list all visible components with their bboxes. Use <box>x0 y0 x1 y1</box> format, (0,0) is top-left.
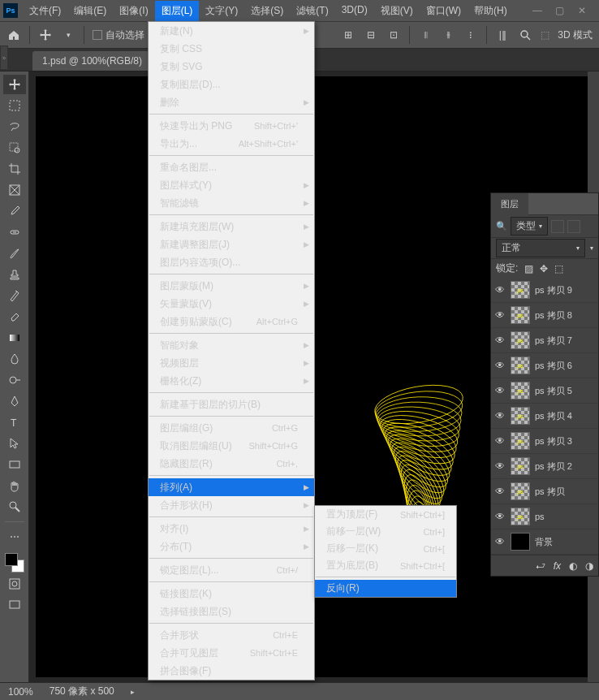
menu-item[interactable]: 新建调整图层(J)▶ <box>149 235 314 253</box>
layer-thumbnail[interactable]: ps <box>511 432 530 450</box>
layer-row[interactable]: 👁psps 拷贝 3 <box>491 429 598 454</box>
visibility-icon[interactable]: 👁 <box>494 385 506 396</box>
layer-row[interactable]: 👁psps 拷贝 7 <box>491 328 598 353</box>
document-tab[interactable]: 1.psd @ 100%(RGB/8) × <box>32 51 166 71</box>
distribute-icon-3[interactable]: ⫶ <box>463 28 478 42</box>
visibility-icon[interactable]: 👁 <box>494 309 506 321</box>
align-icon-3[interactable]: ⊡ <box>386 28 401 42</box>
menu-item[interactable]: 图层样式(Y)▶ <box>149 176 314 194</box>
filter-type-select[interactable]: 类型▾ <box>511 217 548 235</box>
layer-row[interactable]: 👁psps 拷贝 <box>491 479 598 504</box>
menu-item[interactable]: 新建(N)▶ <box>149 22 314 40</box>
layer-row[interactable]: 👁psps 拷贝 9 <box>491 278 598 303</box>
eraser-tool[interactable] <box>3 307 26 326</box>
type-tool[interactable]: T <box>3 413 26 432</box>
menu-item[interactable]: 图层编组(G)Ctrl+G <box>149 419 314 437</box>
menu-帮助[interactable]: 帮助(H) <box>468 1 514 21</box>
pen-tool[interactable] <box>3 391 26 411</box>
visibility-icon[interactable]: 👁 <box>494 284 506 296</box>
menu-滤镜[interactable]: 滤镜(T) <box>290 1 334 21</box>
menu-item[interactable]: 链接图层(K) <box>149 585 314 603</box>
layer-thumbnail[interactable]: ps <box>511 306 530 324</box>
home-icon[interactable] <box>6 28 21 42</box>
menu-item[interactable]: 快速导出为 PNGShift+Ctrl+' <box>149 117 314 135</box>
ruler-icon[interactable]: |‖ <box>495 28 510 42</box>
menu-item[interactable]: 导出为...Alt+Shift+Ctrl+' <box>149 135 314 153</box>
history-brush-tool[interactable] <box>3 286 26 305</box>
lock-pixels-icon[interactable]: ▨ <box>524 263 533 274</box>
distribute-icon-2[interactable]: ⫵ <box>441 28 455 42</box>
blend-mode-select[interactable]: 正常▾ <box>496 239 585 257</box>
menu-图层[interactable]: 图层(L) <box>155 1 200 21</box>
auto-select-checkbox[interactable]: 自动选择 <box>93 28 144 42</box>
filter-pixel-icon[interactable] <box>551 220 564 233</box>
menu-item[interactable]: 锁定图层(L)...Ctrl+/ <box>149 561 314 579</box>
menu-item[interactable]: 对齐(I)▶ <box>149 520 314 538</box>
dropdown-caret-icon[interactable]: ▾ <box>61 28 75 42</box>
menu-item[interactable]: 创建剪贴蒙版(C)Alt+Ctrl+G <box>149 313 314 331</box>
submenu-item[interactable]: 后移一层(K)Ctrl+[ <box>315 540 456 557</box>
move-tool[interactable] <box>3 75 26 94</box>
layer-row[interactable]: 👁背景 <box>491 529 598 555</box>
submenu-item[interactable]: 置为底层(B)Shift+Ctrl+[ <box>315 557 456 574</box>
filter-adjust-icon[interactable] <box>567 220 580 233</box>
submenu-item[interactable]: 反向(R) <box>315 580 456 597</box>
menu-视图[interactable]: 视图(V) <box>374 1 420 21</box>
layer-thumbnail[interactable]: ps <box>511 508 530 525</box>
menu-item[interactable]: 栅格化(Z)▶ <box>149 372 314 390</box>
maximize-icon[interactable]: ▢ <box>555 5 567 16</box>
menu-item[interactable]: 新建基于图层的切片(B) <box>149 395 314 413</box>
align-icon-1[interactable]: ⊞ <box>341 28 356 42</box>
layer-row[interactable]: 👁psps 拷贝 4 <box>491 404 598 429</box>
menu-窗口[interactable]: 窗口(W) <box>420 1 468 21</box>
layer-thumbnail[interactable]: ps <box>511 281 530 299</box>
layer-thumbnail[interactable]: ps <box>511 457 530 475</box>
brush-tool[interactable] <box>3 244 26 263</box>
layer-thumbnail[interactable]: ps <box>511 382 530 400</box>
dodge-tool[interactable] <box>3 370 26 390</box>
frame-tool[interactable] <box>3 180 26 200</box>
search-icon[interactable] <box>518 28 532 42</box>
lasso-tool[interactable] <box>3 117 26 136</box>
layer-row[interactable]: 👁psps <box>491 504 598 529</box>
menu-item[interactable]: 新建填充图层(W)▶ <box>149 218 314 235</box>
layers-tab[interactable]: 图层 <box>491 193 528 215</box>
hand-tool[interactable] <box>3 476 26 495</box>
menu-item[interactable]: 重命名图层... <box>149 158 314 176</box>
quick-select-tool[interactable] <box>3 138 26 158</box>
menu-编辑[interactable]: 编辑(E) <box>67 1 113 21</box>
mode-3d-label[interactable]: 3D 模式 <box>558 28 593 42</box>
visibility-icon[interactable]: 👁 <box>494 486 506 497</box>
layer-thumbnail[interactable] <box>511 533 530 551</box>
close-icon[interactable]: ✕ <box>578 5 589 16</box>
edit-toolbar-icon[interactable]: ⋯ <box>3 527 26 547</box>
healing-tool[interactable] <box>3 223 26 242</box>
path-select-tool[interactable] <box>3 434 26 453</box>
layer-thumbnail[interactable]: ps <box>511 407 530 425</box>
screen-mode-icon[interactable] <box>3 595 26 615</box>
visibility-icon[interactable]: 👁 <box>494 410 506 421</box>
opacity-caret-icon[interactable]: ▾ <box>590 244 593 252</box>
layer-row[interactable]: 👁psps 拷贝 2 <box>491 454 598 479</box>
zoom-tool[interactable] <box>3 497 26 516</box>
quick-mask-icon[interactable] <box>3 574 26 594</box>
menu-item[interactable]: 合并形状Ctrl+E <box>149 626 314 644</box>
visibility-icon[interactable]: 👁 <box>494 536 506 547</box>
menu-item[interactable]: 合并可见图层Shift+Ctrl+E <box>149 644 314 662</box>
visibility-icon[interactable]: 👁 <box>494 335 506 346</box>
eyedropper-tool[interactable] <box>3 201 26 221</box>
menu-文字[interactable]: 文字(Y) <box>199 1 244 21</box>
submenu-item[interactable]: 置为顶层(F)Shift+Ctrl+] <box>315 506 456 523</box>
distribute-icon-1[interactable]: ⫴ <box>418 28 433 42</box>
visibility-icon[interactable]: 👁 <box>494 360 506 371</box>
lock-artboard-icon[interactable]: ⬚ <box>554 263 563 274</box>
menu-item[interactable]: 排列(A)▶ <box>149 478 314 496</box>
gradient-tool[interactable] <box>3 328 26 348</box>
layer-thumbnail[interactable]: ps <box>511 482 530 500</box>
minimize-icon[interactable]: — <box>532 5 544 16</box>
layer-row[interactable]: 👁psps 拷贝 8 <box>491 303 598 328</box>
menu-item[interactable]: 隐藏图层(R)Ctrl+, <box>149 455 314 473</box>
status-caret-icon[interactable]: ▸ <box>131 688 135 696</box>
menu-item[interactable]: 删除▶ <box>149 93 314 111</box>
align-icon-2[interactable]: ⊟ <box>364 28 378 42</box>
